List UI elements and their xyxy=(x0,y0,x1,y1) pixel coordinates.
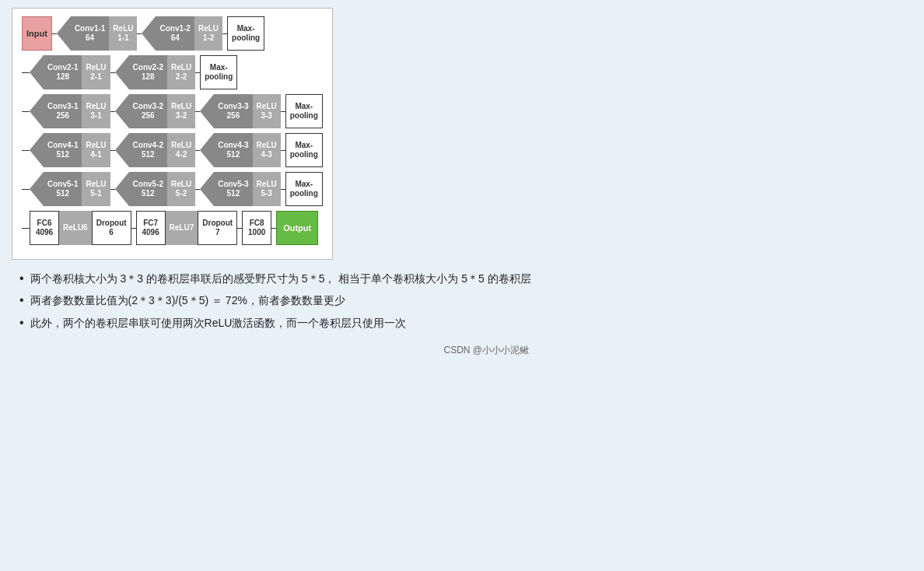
conv5-2-node: Conv5-2512 xyxy=(129,172,167,206)
conv4-3-node: Conv4-3512 xyxy=(214,133,252,167)
maxpool3-node: Max-pooling xyxy=(285,94,323,128)
maxpool1-node: Max-pooling xyxy=(227,16,264,51)
bullet-item-1: • 两个卷积核大小为 3＊3 的卷积层串联后的感受野尺寸为 5＊5， 相当于单个… xyxy=(19,270,533,287)
input-node: Input xyxy=(22,16,52,51)
bullet-dot-2: • xyxy=(19,292,24,309)
conv5-1-node: Conv5-1512 xyxy=(44,172,82,206)
relu5-2-node: ReLU5-2 xyxy=(167,172,195,206)
bullet-item-2: • 两者参数数量比值为(2＊3＊3)/(5＊5) ＝ 72%，前者参数数量更少 xyxy=(19,292,533,309)
network-row-6: FC64096 ReLU6 Dropout6 FC74096 ReLU7 Dro… xyxy=(22,211,323,245)
relu6-node: ReLU6 xyxy=(59,211,92,245)
network-row-4: Conv4-1512 ReLU4-1 Conv4-2512 ReLU4-2 Co… xyxy=(22,133,323,167)
bullet-text-3: 此外，两个的卷积层串联可使用两次ReLU激活函数，而一个卷积层只使用一次 xyxy=(30,314,407,331)
relu5-1-node: ReLU5-1 xyxy=(82,172,110,206)
bullet-dot-3: • xyxy=(19,314,24,331)
fc7-node: FC74096 xyxy=(136,211,166,245)
relu1-2-node: ReLU1-2 xyxy=(194,16,222,51)
bullet-text-2: 两者参数数量比值为(2＊3＊3)/(5＊5) ＝ 72%，前者参数数量更少 xyxy=(30,292,345,309)
maxpool2-node: Max-pooling xyxy=(200,55,237,89)
bullet-dot-1: • xyxy=(19,270,24,287)
network-row-5: Conv5-1512 ReLU5-1 Conv5-2512 ReLU5-2 Co… xyxy=(22,172,323,206)
bullet-item-3: • 此外，两个的卷积层串联可使用两次ReLU激活函数，而一个卷积层只使用一次 xyxy=(19,314,533,331)
relu3-2-node: ReLU3-2 xyxy=(167,94,195,128)
network-row-3: Conv3-1256 ReLU3-1 Conv3-2256 ReLU3-2 Co… xyxy=(22,94,323,128)
bullet-list: • 两个卷积核大小为 3＊3 的卷积层串联后的感受野尺寸为 5＊5， 相当于单个… xyxy=(12,266,541,340)
right-column xyxy=(541,8,912,357)
conv5-3-node: Conv5-3512 xyxy=(214,172,252,206)
conv3-1-node: Conv3-1256 xyxy=(44,94,82,128)
maxpool4-node: Max-pooling xyxy=(285,133,323,167)
conv3-2-node: Conv3-2256 xyxy=(129,94,167,128)
conv1-1-node: Conv1-164 xyxy=(71,16,109,51)
conv1-2-node: Conv1-264 xyxy=(156,16,194,51)
fc6-node: FC64096 xyxy=(30,211,59,245)
relu4-2-node: ReLU4-2 xyxy=(167,133,195,167)
dropout6-node: Dropout6 xyxy=(92,211,131,245)
relu5-3-node: ReLU5-3 xyxy=(253,172,281,206)
dropout7-node: Dropout7 xyxy=(198,211,237,245)
relu4-1-node: ReLU4-1 xyxy=(82,133,110,167)
network-row-2: Conv2-1128 ReLU2-1 Conv2-2128 ReLU2-2 Ma… xyxy=(22,55,323,89)
conv4-1-node: Conv4-1512 xyxy=(44,133,82,167)
fc8-node: FC81000 xyxy=(242,211,271,245)
network-row-1: Input Conv1-164 ReLU1-1 Conv1-264 ReLU1-… xyxy=(22,16,323,51)
relu3-1-node: ReLU3-1 xyxy=(82,94,110,128)
relu2-2-node: ReLU2-2 xyxy=(167,55,195,89)
main-container: Input Conv1-164 ReLU1-1 Conv1-264 ReLU1-… xyxy=(0,0,924,365)
maxpool5-node: Max-pooling xyxy=(285,172,323,206)
conv2-2-node: Conv2-2128 xyxy=(129,55,167,89)
output-node: Output xyxy=(276,211,318,245)
relu1-1-node: ReLU1-1 xyxy=(109,16,137,51)
relu4-3-node: ReLU4-3 xyxy=(253,133,281,167)
conv3-3-node: Conv3-3256 xyxy=(214,94,252,128)
bullet-text-1: 两个卷积核大小为 3＊3 的卷积层串联后的感受野尺寸为 5＊5， 相当于单个卷积… xyxy=(30,270,531,287)
relu2-1-node: ReLU2-1 xyxy=(82,55,110,89)
relu3-3-node: ReLU3-3 xyxy=(253,94,281,128)
relu7-node: ReLU7 xyxy=(166,211,198,245)
conv2-1-node: Conv2-1128 xyxy=(44,55,82,89)
conv4-2-node: Conv4-2512 xyxy=(129,133,167,167)
credit-text: CSDN @小小小泥鳅 xyxy=(12,344,541,357)
diagram-column: Input Conv1-164 ReLU1-1 Conv1-264 ReLU1-… xyxy=(12,8,541,357)
